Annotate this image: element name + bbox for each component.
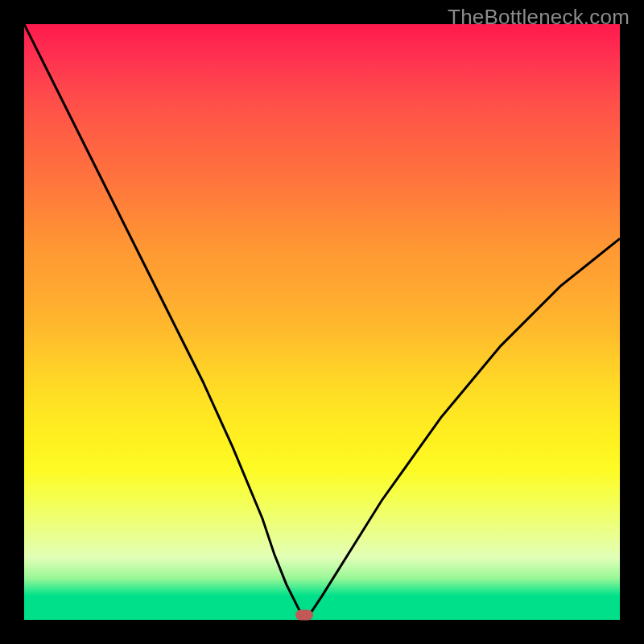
bottleneck-curve	[24, 24, 620, 620]
minimum-marker	[295, 610, 313, 621]
chart-plot-area	[24, 24, 620, 620]
watermark-text: TheBottleneck.com	[448, 5, 630, 30]
